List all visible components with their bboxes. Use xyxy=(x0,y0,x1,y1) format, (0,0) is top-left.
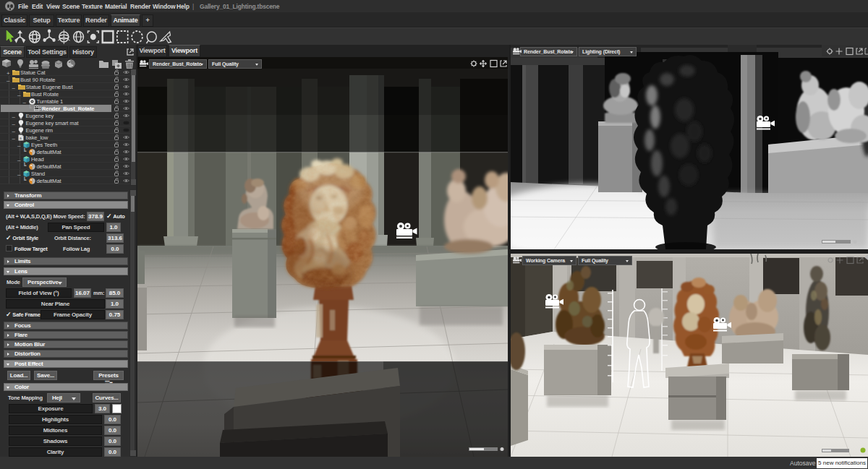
svg-text:a: a xyxy=(20,136,22,140)
